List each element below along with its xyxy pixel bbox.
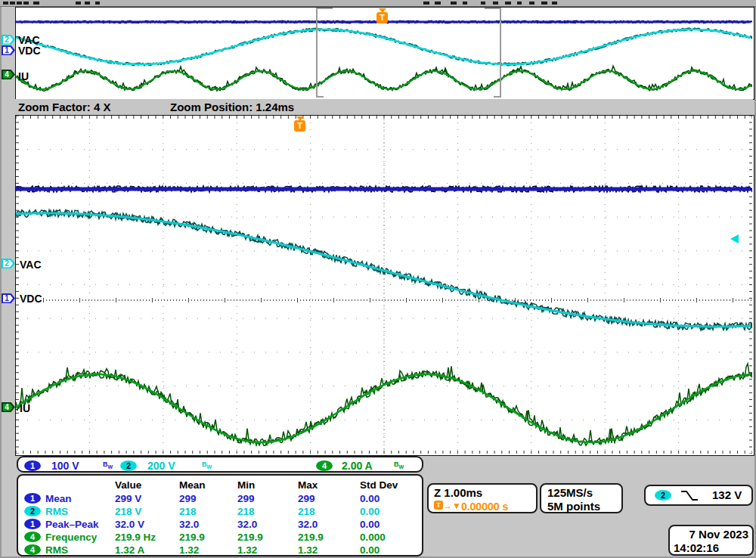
clipped-text-fragment	[529, 2, 534, 5]
measurement-value: 219.9	[179, 532, 205, 543]
measurement-value: 1.32 A	[115, 544, 144, 556]
measurement-value: 219.9	[237, 532, 263, 543]
clipped-text-fragment	[481, 2, 485, 5]
measurement-value: 1.32	[179, 544, 199, 556]
trigger-level-arrow[interactable]	[730, 234, 739, 243]
measurement-value: 218	[179, 506, 197, 517]
record-length: 5M points	[547, 500, 600, 513]
measurement-value: 32.0	[179, 519, 199, 530]
col-header-value: Value	[115, 479, 141, 491]
clipped-text-fragment	[85, 2, 90, 5]
measurement-value: 0.00	[360, 493, 380, 504]
overview-ch1-marker[interactable]: 1	[2, 45, 15, 55]
zoom-window-corner	[494, 96, 501, 98]
clipped-text-fragment	[505, 2, 511, 5]
channel-4-badge: 4	[24, 532, 41, 542]
measurement-value: 1.32	[298, 544, 318, 556]
measurement-row: 4RMS1.32 A1.321.321.320.00	[18, 544, 425, 556]
measurement-value: 219.9 Hz	[115, 532, 156, 543]
col-header-min: Min	[237, 479, 255, 491]
falling-edge-icon	[680, 490, 699, 501]
clipped-text-fragment	[23, 2, 29, 5]
channel-4-badge: 4	[24, 544, 41, 555]
trigger-flag[interactable]: T	[294, 120, 305, 132]
zoom-window-corner	[316, 96, 324, 98]
measurement-value: 1.32	[237, 544, 257, 556]
measurement-row: 4Frequency219.9 Hz219.9219.9219.90.000	[18, 531, 425, 544]
measurements-table: Value Mean Min Max Std Dev 1Mean299 V299…	[17, 474, 423, 556]
measurement-row: 1Mean299 V2992992990.00	[18, 492, 425, 505]
clipped-text-fragment	[17, 2, 22, 5]
clipped-text-fragment	[33, 2, 39, 5]
channel-4-badge[interactable]: 4	[316, 460, 333, 471]
acquisition-box[interactable]: 125MS/s 5M points	[540, 483, 623, 513]
date-value: 7 Nov 2023	[689, 528, 748, 541]
measurement-value: 32.0	[237, 519, 257, 530]
overview-waveform-panel: T VAC VDC IU	[15, 7, 754, 100]
zoom-ch4-marker[interactable]: 4	[2, 402, 15, 412]
channel-2-badge: 2	[24, 506, 41, 516]
clipped-text-fragment	[451, 2, 457, 5]
overview-ch2-label: VAC	[18, 35, 40, 45]
zoom-waveform-panel: T VAC VDC IU	[15, 115, 754, 456]
measurement-value: 218	[237, 506, 255, 517]
measurement-name: Peak–Peak	[45, 519, 99, 530]
measurement-name: RMS	[45, 506, 68, 517]
zoom-timebase-label: Z 1.00ms	[434, 486, 482, 499]
measurement-value: 32.0 V	[115, 519, 144, 530]
measurement-value: 32.0	[298, 519, 318, 530]
bandwidth-limit-icon: BW	[202, 460, 212, 470]
zoom-window-left-edge[interactable]	[316, 8, 318, 98]
zoom-window-corner	[485, 8, 501, 9]
measurement-value: 218 V	[115, 506, 141, 517]
measurement-name: Frequency	[45, 532, 97, 543]
zoom-info-bar: Zoom Factor: 4 X Zoom Position: 1.24ms	[15, 99, 753, 115]
clipped-text-fragment	[423, 2, 429, 5]
zoom-timebase-box[interactable]: Z 1.00ms T→▼0.00000 s	[427, 483, 538, 513]
measurement-value: 218	[298, 506, 315, 517]
clipped-text-fragment	[95, 2, 100, 5]
clipped-text-fragment	[76, 2, 81, 5]
clipped-text-fragment	[517, 2, 522, 5]
bandwidth-limit-icon: BW	[103, 460, 113, 470]
measurement-row: 1Peak–Peak32.0 V32.032.032.00.00	[18, 518, 425, 531]
datetime-box: 7 Nov 2023 14:02:16	[668, 525, 754, 556]
overview-ch2-marker[interactable]: 2	[2, 35, 15, 45]
trigger-level-value: 132 V	[712, 488, 742, 501]
measurement-value: 299 V	[115, 493, 141, 504]
channel-2-scale[interactable]: 200 V	[147, 460, 175, 472]
trigger-delay-marker: ▼	[452, 501, 461, 511]
zoom-window-right-edge[interactable]	[500, 8, 501, 98]
oscilloscope-screen: { "colors": {"ch1":"#2121d0","ch2":"#00d…	[0, 0, 756, 558]
overview-ch4-label: IU	[18, 71, 29, 82]
measurement-value: 0.00	[360, 506, 380, 517]
clipped-text-fragment	[10, 2, 15, 5]
trigger-flag[interactable]: T	[376, 12, 388, 23]
trigger-status-box[interactable]: 2 132 V	[644, 485, 753, 506]
zoom-ch2-marker[interactable]: 2	[2, 259, 15, 268]
measurement-value: 299	[179, 493, 197, 504]
overview-ch1-label: VDC	[18, 45, 41, 56]
measurement-value: 0.00	[360, 519, 380, 530]
channel-4-scale[interactable]: 2.00 A	[342, 460, 373, 472]
clipped-text-fragment	[3, 2, 8, 5]
col-header-stddev: Std Dev	[360, 479, 398, 491]
col-header-max: Max	[298, 479, 318, 491]
zoom-ch1-marker[interactable]: 1	[2, 293, 15, 303]
channel-1-scale[interactable]: 100 V	[51, 460, 79, 472]
measurement-value: 0.00	[360, 544, 380, 556]
channel-1-badge[interactable]: 1	[24, 460, 41, 471]
clipped-text-fragment	[552, 2, 557, 5]
zoom-ch1-label: VDC	[20, 293, 42, 304]
measurement-value: 219.9	[298, 532, 324, 543]
clipped-text-fragment	[463, 2, 467, 5]
zoom-position-label: Zoom Position: 1.24ms	[170, 101, 294, 113]
channel-2-badge[interactable]: 2	[120, 460, 137, 471]
zoom-ch2-label: VAC	[20, 259, 42, 270]
channel-1-badge: 1	[24, 493, 41, 504]
channel-scale-bar: 1100 VBW2200 VBW42.00 ABW	[17, 456, 423, 473]
sample-rate: 125MS/s	[547, 486, 593, 499]
measurement-value: 299	[298, 493, 315, 504]
overview-ch4-marker[interactable]: 4	[2, 70, 15, 79]
channel-1-badge: 1	[24, 519, 41, 529]
